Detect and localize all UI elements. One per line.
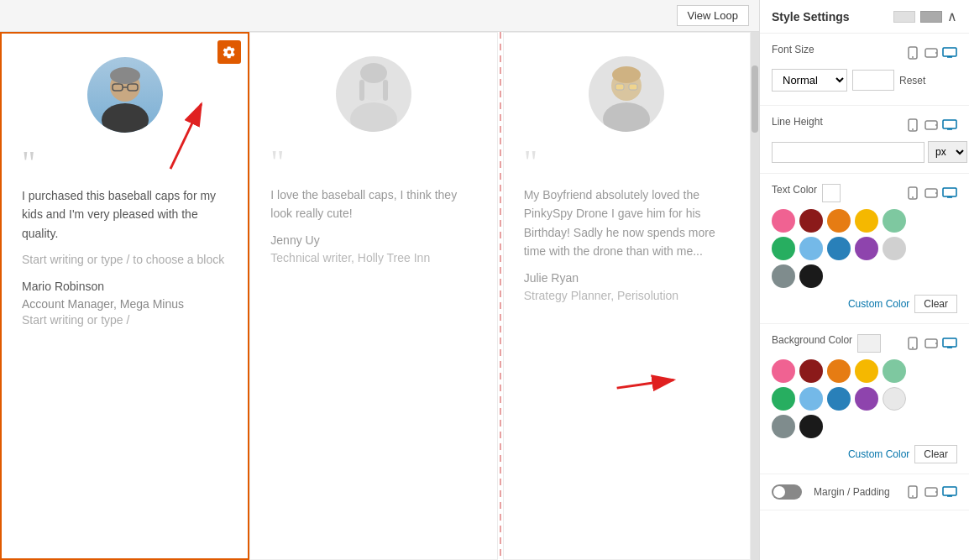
toggle-dark[interactable] xyxy=(920,11,942,23)
text-color-label: Text Color xyxy=(772,184,817,196)
text-color-pink[interactable] xyxy=(772,209,795,233)
svg-point-12 xyxy=(603,102,650,132)
testimonial-card-3[interactable]: " My Boyfriend absolutely loved the Pink… xyxy=(503,32,751,560)
svg-point-34 xyxy=(912,196,914,198)
mobile-icon[interactable] xyxy=(905,45,920,60)
svg-rect-35 xyxy=(925,189,937,197)
gear-icon xyxy=(223,45,236,59)
svg-point-8 xyxy=(360,63,387,83)
tablet-icon-5[interactable] xyxy=(924,484,939,500)
view-loop-bar: View Loop xyxy=(0,0,759,32)
svg-point-41 xyxy=(912,347,914,348)
text-color-blue[interactable] xyxy=(827,237,851,260)
svg-point-29 xyxy=(935,124,937,126)
margin-padding-toggle[interactable] xyxy=(772,484,802,500)
toggle-light[interactable] xyxy=(893,11,915,23)
text-color-purple[interactable] xyxy=(855,237,878,260)
svg-point-36 xyxy=(935,192,937,194)
bg-color-green[interactable] xyxy=(772,387,795,411)
bg-color-black[interactable] xyxy=(799,415,823,438)
testimonial-placeholder-1[interactable]: Start writing or type / to choose a bloc… xyxy=(22,253,228,266)
font-size-section: Font Size Normal Small Large Extra Large xyxy=(760,34,969,106)
svg-rect-9 xyxy=(359,80,364,101)
settings-gear-button[interactable] xyxy=(217,40,241,64)
testimonial-text-3: My Boyfriend absolutely loved the PinkyS… xyxy=(524,186,730,261)
mobile-icon-5[interactable] xyxy=(905,484,920,500)
tablet-icon[interactable] xyxy=(924,45,939,60)
avatar-container-2 xyxy=(270,56,476,132)
line-height-unit-select[interactable]: px em % xyxy=(928,141,967,163)
bg-color-yellow[interactable] xyxy=(855,359,878,383)
text-color-darkgray[interactable] xyxy=(772,264,795,288)
text-color-green[interactable] xyxy=(772,237,795,260)
text-color-orange[interactable] xyxy=(827,209,851,233)
bg-color-darkgray[interactable] xyxy=(772,415,795,438)
mobile-icon-4[interactable] xyxy=(905,336,920,351)
svg-rect-49 xyxy=(925,488,937,496)
scrollbar[interactable] xyxy=(751,32,759,560)
font-size-custom-input[interactable] xyxy=(852,70,894,91)
text-color-yellow[interactable] xyxy=(855,209,878,233)
person-avatar-svg-3 xyxy=(589,56,664,132)
testimonial-card-1[interactable]: " I purchased this baseball caps for my … xyxy=(0,32,249,560)
mobile-icon-3[interactable] xyxy=(905,186,920,201)
svg-rect-14 xyxy=(615,84,624,90)
svg-rect-15 xyxy=(629,84,637,90)
svg-point-27 xyxy=(912,128,914,130)
svg-rect-23 xyxy=(943,48,956,56)
bg-color-clear-button[interactable]: Clear xyxy=(914,445,957,463)
bg-color-preview[interactable] xyxy=(857,334,881,353)
font-size-select[interactable]: Normal Small Large Extra Large xyxy=(772,69,847,92)
right-panel: Style Settings ∧ Font Size xyxy=(759,0,969,560)
bg-custom-color-link[interactable]: Custom Color xyxy=(848,448,909,460)
bg-color-purple[interactable] xyxy=(855,387,878,411)
view-loop-button[interactable]: View Loop xyxy=(677,5,749,26)
svg-point-13 xyxy=(612,66,641,83)
text-color-black[interactable] xyxy=(799,264,823,288)
font-size-reset-button[interactable]: Reset xyxy=(899,75,925,86)
bg-color-pink[interactable] xyxy=(772,359,795,383)
testimonial-placeholder-1b[interactable]: Start writing or type / xyxy=(22,313,228,327)
svg-rect-42 xyxy=(925,339,937,348)
tablet-icon-2[interactable] xyxy=(924,118,939,133)
mobile-icon-2[interactable] xyxy=(905,118,920,133)
text-custom-color-link[interactable]: Custom Color xyxy=(848,298,909,310)
bg-color-orange[interactable] xyxy=(827,359,851,383)
bg-color-palette xyxy=(772,359,957,438)
panel-title: Style Settings xyxy=(772,10,850,24)
desktop-icon-5[interactable] xyxy=(942,484,957,500)
svg-point-5 xyxy=(110,67,140,84)
svg-rect-30 xyxy=(943,120,956,128)
line-height-input[interactable] xyxy=(772,142,924,163)
person-avatar-svg-2 xyxy=(336,56,411,132)
desktop-icon[interactable] xyxy=(942,45,957,60)
bg-color-lightgreen[interactable] xyxy=(883,359,906,383)
bg-color-lightblue[interactable] xyxy=(799,387,823,411)
avatar-1 xyxy=(87,57,163,133)
text-color-darkred[interactable] xyxy=(799,209,823,233)
testimonial-text-1: I purchased this baseball caps for my ki… xyxy=(22,186,228,243)
tablet-icon-3[interactable] xyxy=(924,186,939,201)
testimonial-text-2: I love the baseball caps, I think they l… xyxy=(270,186,476,223)
svg-rect-44 xyxy=(943,338,956,347)
bg-color-lightgray2[interactable] xyxy=(883,387,906,411)
testimonials-grid: " I purchased this baseball caps for my … xyxy=(0,32,759,560)
text-color-preview[interactable] xyxy=(822,184,841,202)
text-color-lightblue[interactable] xyxy=(799,237,823,260)
collapse-panel-button[interactable]: ∧ xyxy=(947,8,957,24)
bg-color-blue[interactable] xyxy=(827,387,851,411)
text-color-clear-button[interactable]: Clear xyxy=(914,295,957,313)
desktop-icon-4[interactable] xyxy=(942,336,957,351)
desktop-icon-3[interactable] xyxy=(942,186,957,201)
desktop-icon-2[interactable] xyxy=(942,118,957,133)
text-color-lightgreen[interactable] xyxy=(883,209,906,233)
text-color-lightgray[interactable] xyxy=(883,237,906,260)
testimonial-card-2[interactable]: " I love the baseball caps, I think they… xyxy=(249,32,497,560)
tablet-icon-4[interactable] xyxy=(924,336,939,351)
author-name-2: Jenny Uy xyxy=(270,233,476,247)
bg-color-darkred[interactable] xyxy=(799,359,823,383)
person-avatar-svg xyxy=(87,57,163,133)
svg-point-20 xyxy=(912,56,914,58)
scrollbar-thumb[interactable] xyxy=(752,65,758,133)
svg-rect-10 xyxy=(383,80,388,101)
